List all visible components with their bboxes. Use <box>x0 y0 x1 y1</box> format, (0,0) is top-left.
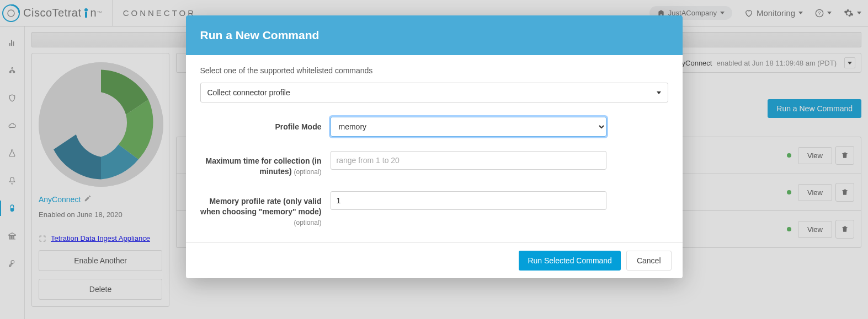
modal-title: Run a New Command <box>186 15 683 55</box>
command-select[interactable]: Collect connector profile <box>200 83 668 102</box>
modal-backdrop: Run a New Command Select one of the supp… <box>0 0 868 319</box>
profile-mode-label: Profile Mode <box>200 117 322 132</box>
max-time-label: Maximum time for collection (in minutes)… <box>200 151 322 177</box>
run-command-modal: Run a New Command Select one of the supp… <box>186 15 683 278</box>
run-selected-command-button[interactable]: Run Selected Command <box>519 251 621 271</box>
profile-mode-select[interactable]: memory <box>331 117 606 137</box>
mem-rate-label: Memory profile rate (only valid when cho… <box>200 191 322 228</box>
max-time-input[interactable] <box>331 151 606 170</box>
modal-instruction: Select one of the supported whitelisted … <box>200 66 668 75</box>
chevron-down-icon <box>657 91 661 94</box>
mem-rate-input[interactable] <box>331 191 606 210</box>
cancel-button[interactable]: Cancel <box>626 251 672 271</box>
command-select-value: Collect connector profile <box>207 88 290 97</box>
